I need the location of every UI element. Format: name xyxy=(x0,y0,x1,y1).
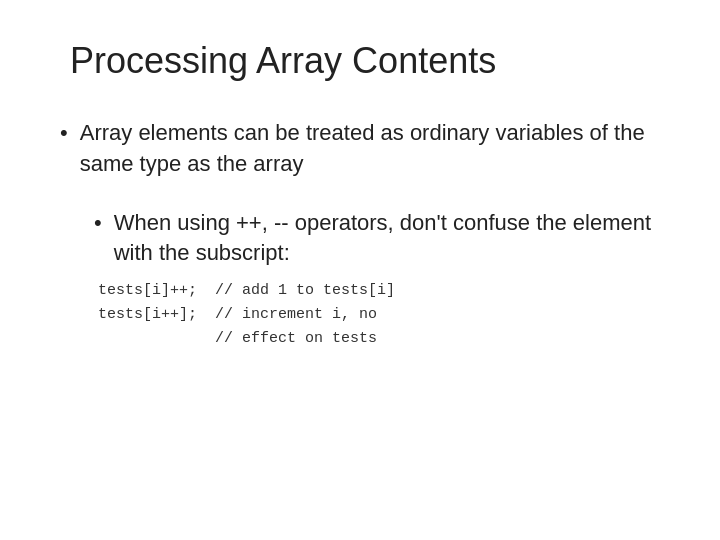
code-line-1: tests[i]++; // add 1 to tests[i] xyxy=(98,279,395,303)
bullet-item-1: • Array elements can be treated as ordin… xyxy=(60,118,660,180)
bullet-item-2: • When using ++, -- operators, don't con… xyxy=(60,208,660,352)
bullet-list: • Array elements can be treated as ordin… xyxy=(60,118,660,351)
code-block: tests[i]++; // add 1 to tests[i] tests[i… xyxy=(98,279,395,351)
bullet-text-1: Array elements can be treated as ordinar… xyxy=(80,118,660,180)
slide-title: Processing Array Contents xyxy=(70,40,660,82)
bullet-text-2: When using ++, -- operators, don't confu… xyxy=(114,208,660,270)
code-line-2: tests[i++]; // increment i, no xyxy=(98,303,395,327)
bullet-dot-2: • xyxy=(94,208,102,239)
bullet-dot-1: • xyxy=(60,118,68,149)
code-line-3: // effect on tests xyxy=(98,327,395,351)
